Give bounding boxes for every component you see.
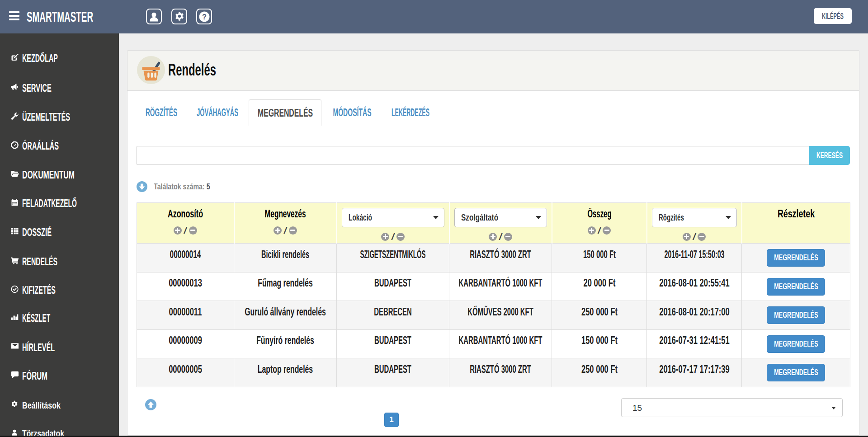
svg-text:?: ? bbox=[202, 13, 207, 21]
